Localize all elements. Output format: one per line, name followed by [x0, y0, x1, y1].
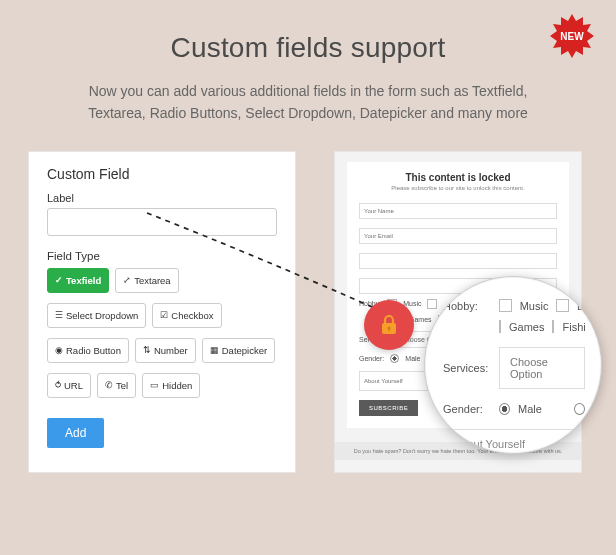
checkbox-button[interactable]: ☑Checkbox — [152, 303, 221, 328]
new-badge: NEW — [550, 14, 594, 58]
datepicker-button[interactable]: ▦Datepicker — [202, 338, 275, 363]
lens-male-option: Male — [518, 403, 542, 415]
select-dropdown-button[interactable]: ☰Select Dropdown — [47, 303, 146, 328]
radio-icon: ◉ — [55, 346, 63, 355]
email-input[interactable] — [359, 228, 557, 244]
texfield-label: Texfield — [66, 275, 101, 286]
magnifier-lens: Hobby: Music D Games Fishi Services: Cho… — [424, 276, 602, 454]
lens-d-checkbox[interactable] — [556, 299, 569, 312]
male-radio[interactable] — [390, 354, 399, 363]
lens-gender-label: Gender: — [443, 403, 491, 415]
d-checkbox[interactable] — [427, 299, 437, 309]
add-button[interactable]: Add — [47, 418, 104, 448]
textarea-label: Textarea — [134, 275, 170, 286]
hidden-label: Hidden — [162, 380, 192, 391]
new-badge-label: NEW — [560, 31, 583, 42]
checkbox-label: Checkbox — [171, 310, 213, 321]
url-button[interactable]: ⥀URL — [47, 373, 91, 398]
page-title: Custom fields support — [0, 0, 616, 64]
lens-services-select[interactable]: Choose Option — [499, 347, 585, 389]
lens-male-radio[interactable] — [499, 403, 510, 415]
radio-button-button[interactable]: ◉Radio Button — [47, 338, 129, 363]
lens-games-option: Games — [509, 321, 544, 333]
lens-hobby-row-2: Games Fishi — [443, 320, 585, 333]
textarea-button[interactable]: ⤢Textarea — [115, 268, 178, 293]
lens-music-checkbox[interactable] — [499, 299, 512, 312]
phone-icon: ✆ — [105, 381, 113, 390]
lens-gender-row: Gender: Male — [443, 403, 585, 415]
lens-services-row: Services: Choose Option — [443, 347, 585, 389]
list-icon: ☰ — [55, 311, 63, 320]
lock-icon — [377, 313, 401, 337]
lens-hobby-row: Hobby: Music D — [443, 299, 585, 312]
hidden-button[interactable]: ▭Hidden — [142, 373, 200, 398]
url-label: URL — [64, 380, 83, 391]
label-caption: Label — [47, 192, 277, 204]
expand-icon: ⤢ — [123, 276, 131, 285]
male-option: Male — [405, 355, 420, 362]
link-icon: ⥀ — [55, 381, 61, 390]
hidden-icon: ▭ — [150, 381, 159, 390]
field-type-heading: Field Type — [47, 250, 277, 262]
number-button[interactable]: ⇅Number — [135, 338, 196, 363]
datepicker-label: Datepicker — [222, 345, 267, 356]
lens-fishing-option: Fishi — [562, 321, 585, 333]
lens-other-radio[interactable] — [574, 403, 585, 415]
lens-services-label: Services: — [443, 362, 491, 374]
lock-badge — [364, 300, 414, 350]
tel-button[interactable]: ✆Tel — [97, 373, 136, 398]
custom-field-heading: Custom Field — [47, 166, 277, 182]
extra-input-1[interactable] — [359, 253, 557, 269]
label-input[interactable] — [47, 208, 277, 236]
sort-icon: ⇅ — [143, 346, 151, 355]
checkbox-icon: ☑ — [160, 311, 168, 320]
tel-label: Tel — [116, 380, 128, 391]
texfield-button[interactable]: ✓Texfield — [47, 268, 109, 293]
svg-rect-4 — [388, 328, 389, 331]
custom-field-panel: Custom Field Label Field Type ✓Texfield … — [28, 151, 296, 473]
select-dropdown-label: Select Dropdown — [66, 310, 138, 321]
page-description: Now you can add various additional field… — [68, 80, 548, 125]
name-input[interactable] — [359, 203, 557, 219]
lens-games-checkbox[interactable] — [499, 320, 501, 333]
lens-hobby-label: Hobby: — [443, 300, 491, 312]
number-label: Number — [154, 345, 188, 356]
lens-fishing-checkbox[interactable] — [552, 320, 554, 333]
lens-music-option: Music — [520, 300, 549, 312]
radio-button-label: Radio Button — [66, 345, 121, 356]
subscribe-button[interactable]: SUBSCRIBE — [359, 400, 418, 416]
check-icon: ✓ — [55, 276, 63, 285]
gender-label: Gender: — [359, 355, 384, 362]
calendar-icon: ▦ — [210, 346, 219, 355]
locked-subtitle: Please subscribe to our site to unlock t… — [359, 185, 557, 191]
locked-title: This content is locked — [359, 172, 557, 183]
